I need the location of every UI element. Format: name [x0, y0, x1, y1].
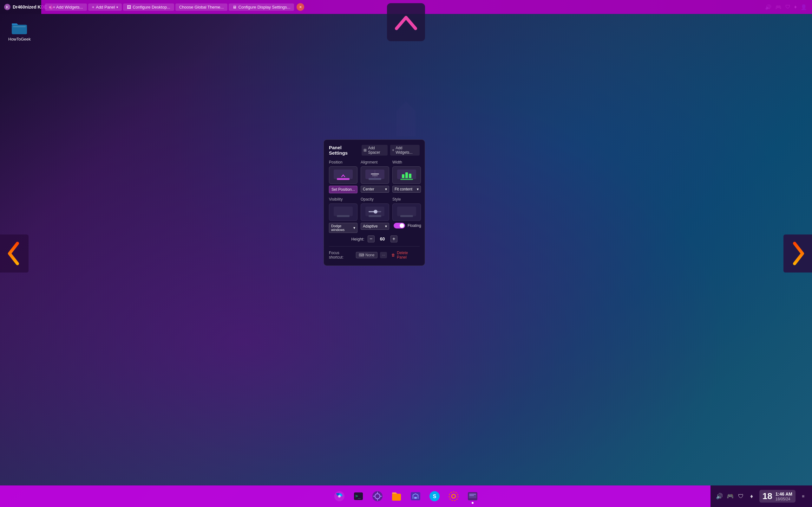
height-plus-btn[interactable]: +: [391, 235, 397, 242]
volume-tray-icon[interactable]: 🔊: [716, 493, 723, 500]
svg-point-26: [338, 495, 341, 498]
nav-arrow-left[interactable]: [0, 234, 29, 273]
folder-icon: [11, 21, 28, 35]
alignment-select[interactable]: Center ▾: [361, 186, 389, 193]
width-select[interactable]: Fit content ▾: [392, 186, 421, 193]
svg-rect-35: [392, 494, 401, 501]
floating-toggle[interactable]: [394, 223, 405, 228]
shortcut-extra-btn[interactable]: ⋯: [380, 252, 387, 258]
date-number: 18: [763, 492, 772, 501]
shield-tray-icon[interactable]: 🛡: [737, 493, 745, 500]
width-section: Width Fit content ▾: [392, 160, 421, 193]
configure-display-icon: 🖥: [233, 5, 237, 9]
ghost-app-icon: [467, 491, 478, 502]
add-widgets-icon: +: [49, 5, 51, 9]
add-spacer-icon: ⊞: [363, 148, 367, 153]
taskbar-item-settings[interactable]: [445, 488, 462, 504]
edit-toolbar: + + Add Widgets... + Add Panel ▾ 🖼 Confi…: [41, 0, 812, 14]
minus-icon: −: [369, 236, 372, 242]
ps-add-widgets-icon: +: [392, 148, 394, 153]
desktop-icon-label: HowToGeek: [8, 37, 31, 42]
taskbar-item-ghost[interactable]: [464, 488, 481, 504]
opacity-value: Adaptive: [363, 224, 378, 228]
taskbar-item-files[interactable]: [388, 488, 405, 504]
add-spacer-label: Add Spacer: [368, 146, 386, 155]
height-row: Height: − 60 +: [329, 235, 420, 242]
desktop-icon-howtogeek[interactable]: HowToGeek: [6, 19, 33, 43]
svg-text:K: K: [6, 5, 9, 9]
add-spacer-btn[interactable]: ⊞ Add Spacer: [362, 145, 388, 156]
opacity-preview: [361, 204, 389, 221]
kde-logo-icon: K: [4, 3, 11, 10]
visibility-select[interactable]: Dodge windows ▾: [329, 223, 357, 233]
add-widgets-btn[interactable]: + + Add Widgets...: [45, 3, 87, 11]
svg-rect-37: [414, 497, 417, 499]
height-minus-btn[interactable]: −: [368, 235, 374, 242]
alignment-chevron: ▾: [385, 187, 387, 191]
notifications-icon[interactable]: ≡: [799, 493, 807, 500]
floating-row: Floating: [392, 223, 421, 228]
choose-theme-btn[interactable]: Choose Global Theme...: [175, 3, 228, 11]
svg-rect-9: [372, 175, 378, 176]
svg-rect-4: [334, 170, 353, 179]
edit-toolbar-close-btn[interactable]: ×: [297, 3, 304, 11]
tray-icons: 🔊 🎮 🛡 ♦: [716, 493, 756, 500]
opacity-chevron: ▾: [385, 224, 387, 228]
svg-rect-24: [400, 215, 413, 217]
taskbar-item-discover[interactable]: [407, 488, 424, 504]
ps-add-widgets-btn[interactable]: + Add Widgets...: [390, 145, 420, 156]
width-chevron: ▾: [417, 187, 419, 191]
delete-panel-label: Delete Panel: [397, 250, 418, 260]
trash-icon: 🗑: [392, 253, 395, 257]
style-section: Style Floating: [392, 197, 421, 233]
add-panel-label: Add Panel: [96, 5, 115, 9]
configure-desktop-icon: 🖼: [127, 5, 131, 9]
configure-display-label: Configure Display Settings...: [238, 5, 290, 9]
discover-icon: [410, 491, 421, 502]
ps-add-widgets-label: Add Widgets...: [396, 146, 418, 155]
shortcut-extra-icon: ⋯: [382, 253, 385, 257]
visibility-preview: [329, 204, 357, 221]
chevron-up-icon: [393, 13, 419, 32]
width-value: Fit content: [395, 187, 412, 191]
width-label: Width: [392, 160, 402, 164]
settings-icon: [448, 491, 459, 502]
opacity-select[interactable]: Adaptive ▾: [361, 223, 389, 230]
spectacle-icon: [372, 491, 383, 502]
position-label: Position: [329, 160, 343, 164]
set-position-btn[interactable]: Set Position...: [329, 186, 357, 193]
svg-point-40: [452, 494, 455, 498]
nav-arrow-right[interactable]: [783, 234, 812, 273]
panel-settings-actions: ⊞ Add Spacer + Add Widgets...: [362, 145, 420, 156]
center-logo-box: [387, 3, 425, 41]
terminal-icon: >_: [353, 491, 364, 502]
svg-rect-15: [400, 179, 413, 180]
position-section: Position Set Position...: [329, 160, 357, 193]
system-tray: 🔊 🎮 🛡 ♦ 18 1:46 AM 18/05/24 ≡: [711, 486, 812, 507]
clock-box[interactable]: 18 1:46 AM 18/05/24: [759, 490, 796, 503]
svg-rect-16: [334, 207, 353, 216]
taskbar-item-terminal[interactable]: >_: [350, 488, 367, 504]
svg-rect-3: [13, 26, 26, 27]
diamond-tray-icon[interactable]: ♦: [748, 493, 756, 500]
taskbar-item-spectacle[interactable]: [369, 488, 386, 504]
add-panel-btn[interactable]: + Add Panel ▾: [88, 3, 122, 11]
plus-icon: +: [392, 236, 395, 242]
configure-desktop-btn[interactable]: 🖼 Configure Desktop...: [123, 3, 174, 11]
files-icon: [391, 491, 402, 502]
panel-settings-header: Panel Settings ⊞ Add Spacer + Add Widget…: [329, 145, 420, 156]
svg-point-21: [374, 210, 377, 214]
configure-display-btn[interactable]: 🖥 Configure Display Settings...: [229, 3, 294, 11]
skype-icon: S: [429, 491, 440, 502]
game-tray-icon[interactable]: 🎮: [726, 493, 734, 500]
shortcut-box[interactable]: ⌨ None: [356, 252, 377, 258]
height-label: Height:: [351, 237, 364, 241]
svg-rect-13: [405, 172, 408, 178]
taskbar-item-skype[interactable]: S: [426, 488, 443, 504]
delete-panel-btn[interactable]: 🗑 Delete Panel: [390, 250, 420, 261]
panel-settings-dialog: Panel Settings ⊞ Add Spacer + Add Widget…: [323, 139, 425, 266]
steamos-icon: [334, 491, 345, 502]
style-preview: [392, 204, 421, 221]
alignment-section: Alignment Center ▾: [361, 160, 389, 193]
taskbar-item-steamos[interactable]: [331, 488, 348, 504]
